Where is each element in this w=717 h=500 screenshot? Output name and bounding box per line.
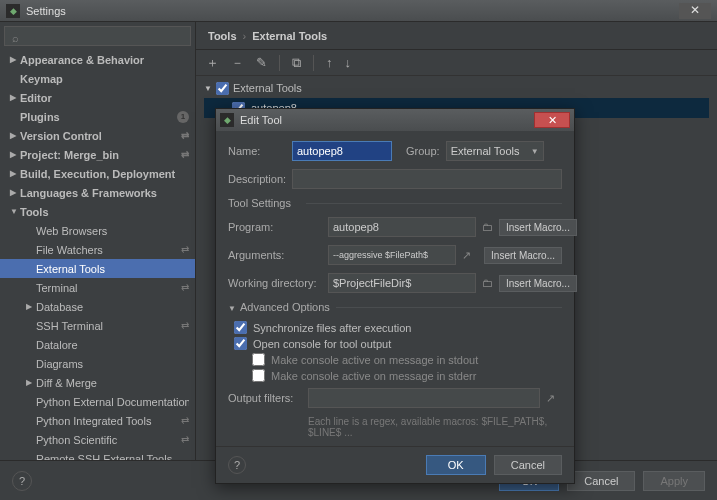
expand-icon[interactable]: ↗ <box>462 249 478 262</box>
sidebar-item[interactable]: ▶Version Control⇄ <box>0 126 195 145</box>
filters-input[interactable] <box>308 388 540 408</box>
copy-button[interactable]: ⧉ <box>292 55 301 71</box>
dialog-close-button[interactable]: ✕ <box>534 112 570 128</box>
search-wrap: ⌕ <box>4 26 191 46</box>
folder-icon[interactable]: 🗀 <box>482 277 493 289</box>
sidebar-item-label: Build, Execution, Deployment <box>20 168 189 180</box>
tree-arrow-icon: ▶ <box>26 302 36 311</box>
sidebar-item[interactable]: Remote SSH External Tools <box>0 449 195 460</box>
sidebar-item[interactable]: SSH Terminal⇄ <box>0 316 195 335</box>
sidebar-item[interactable]: ▶Diff & Merge <box>0 373 195 392</box>
name-input[interactable] <box>292 141 392 161</box>
stderr-label: Make console active on message in stderr <box>271 370 476 382</box>
sidebar-item[interactable]: Keymap <box>0 69 195 88</box>
dialog-ok-button[interactable]: OK <box>426 455 486 475</box>
sidebar-item[interactable]: ▶Languages & Frameworks <box>0 183 195 202</box>
group-value: External Tools <box>451 145 520 157</box>
search-icon: ⌕ <box>12 32 19 44</box>
tool-group-row[interactable]: ▼ External Tools <box>204 78 709 98</box>
sidebar-item[interactable]: External Tools <box>0 259 195 278</box>
cancel-button[interactable]: Cancel <box>567 471 635 491</box>
window-close-button[interactable]: ✕ <box>679 3 711 19</box>
sidebar-item-label: Python Scientific <box>36 434 189 446</box>
link-icon: ⇄ <box>181 415 189 426</box>
dialog-title: Edit Tool <box>240 114 282 126</box>
toolbar-separator <box>279 55 280 71</box>
sidebar-item[interactable]: ▶Build, Execution, Deployment <box>0 164 195 183</box>
remove-button[interactable]: － <box>231 54 244 72</box>
sidebar-item-label: Database <box>36 301 189 313</box>
app-icon: ◆ <box>220 113 234 127</box>
move-down-button[interactable]: ↓ <box>345 55 352 70</box>
console-label: Open console for tool output <box>253 338 391 350</box>
insert-macro-workdir-button[interactable]: Insert Macro... <box>499 275 577 292</box>
help-button[interactable]: ? <box>12 471 32 491</box>
settings-tree: ▶Appearance & BehaviorKeymap▶EditorPlugi… <box>0 50 195 460</box>
search-input[interactable] <box>4 26 191 46</box>
folder-icon[interactable]: 🗀 <box>482 221 493 233</box>
sidebar-item[interactable]: ▶Editor <box>0 88 195 107</box>
dialog-cancel-button[interactable]: Cancel <box>494 455 562 475</box>
sidebar-item[interactable]: ▼Tools <box>0 202 195 221</box>
stderr-checkbox[interactable] <box>252 369 265 382</box>
sidebar-item[interactable]: Python Scientific⇄ <box>0 430 195 449</box>
group-checkbox[interactable] <box>216 82 229 95</box>
window-titlebar: ◆ Settings ✕ <box>0 0 717 22</box>
sidebar-item-label: Diagrams <box>36 358 189 370</box>
sidebar-item[interactable]: ▶Appearance & Behavior <box>0 50 195 69</box>
workdir-input[interactable] <box>328 273 476 293</box>
insert-macro-arguments-button[interactable]: Insert Macro... <box>484 247 562 264</box>
advanced-options-label[interactable]: Advanced Options <box>228 301 562 313</box>
sidebar-item[interactable]: Python Integrated Tools⇄ <box>0 411 195 430</box>
description-input[interactable] <box>292 169 562 189</box>
sidebar-item-label: Version Control <box>20 130 189 142</box>
breadcrumb: Tools › External Tools <box>196 22 717 50</box>
sidebar-item-label: Terminal <box>36 282 189 294</box>
sidebar-item-label: File Watchers <box>36 244 189 256</box>
sidebar-item[interactable]: File Watchers⇄ <box>0 240 195 259</box>
tree-arrow-icon: ▶ <box>10 169 20 178</box>
toolbar: ＋ － ✎ ⧉ ↑ ↓ <box>196 50 717 76</box>
dialog-footer: ? OK Cancel <box>216 446 574 483</box>
sidebar-item[interactable]: Plugins1 <box>0 107 195 126</box>
app-icon: ◆ <box>6 4 20 18</box>
program-input[interactable] <box>328 217 476 237</box>
filters-hint: Each line is a regex, available macros: … <box>308 416 562 438</box>
sidebar-item[interactable]: Web Browsers <box>0 221 195 240</box>
edit-tool-dialog: ◆ Edit Tool ✕ Name: Group: External Tool… <box>215 108 575 484</box>
group-select[interactable]: External Tools ▼ <box>446 141 544 161</box>
breadcrumb-leaf: External Tools <box>252 30 327 42</box>
dialog-help-button[interactable]: ? <box>228 456 246 474</box>
sidebar-item-label: Appearance & Behavior <box>20 54 189 66</box>
description-label: Description: <box>228 173 286 185</box>
link-icon: ⇄ <box>181 282 189 293</box>
sidebar-item[interactable]: Diagrams <box>0 354 195 373</box>
sidebar-item[interactable]: Terminal⇄ <box>0 278 195 297</box>
sidebar-item-label: Tools <box>20 206 189 218</box>
expand-icon[interactable]: ↗ <box>546 392 562 405</box>
link-icon: ⇄ <box>181 320 189 331</box>
sidebar-item[interactable]: ▶Database <box>0 297 195 316</box>
console-checkbox[interactable] <box>234 337 247 350</box>
sync-checkbox[interactable] <box>234 321 247 334</box>
arguments-input[interactable] <box>328 245 456 265</box>
stdout-checkbox[interactable] <box>252 353 265 366</box>
move-up-button[interactable]: ↑ <box>326 55 333 70</box>
sidebar-item[interactable]: Datalore <box>0 335 195 354</box>
group-label: Group: <box>406 145 440 157</box>
insert-macro-program-button[interactable]: Insert Macro... <box>499 219 577 236</box>
workdir-label: Working directory: <box>228 277 322 289</box>
arguments-label: Arguments: <box>228 249 322 261</box>
sidebar-item-label: Plugins <box>20 111 189 123</box>
tree-arrow-icon: ▶ <box>10 93 20 102</box>
sidebar-item[interactable]: ▶Project: Merge_bin⇄ <box>0 145 195 164</box>
tree-arrow-icon: ▶ <box>26 378 36 387</box>
link-icon: ⇄ <box>181 149 189 160</box>
stdout-label: Make console active on message in stdout <box>271 354 478 366</box>
breadcrumb-root[interactable]: Tools <box>208 30 237 42</box>
sidebar-item-label: External Tools <box>36 263 189 275</box>
add-button[interactable]: ＋ <box>206 54 219 72</box>
sidebar-item[interactable]: Python External Documentation <box>0 392 195 411</box>
apply-button[interactable]: Apply <box>643 471 705 491</box>
edit-button[interactable]: ✎ <box>256 55 267 70</box>
